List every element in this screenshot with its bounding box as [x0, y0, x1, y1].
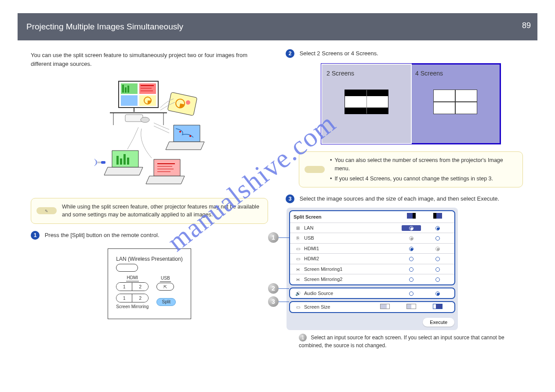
menu-row-size: ▭ Screen Size	[290, 302, 454, 312]
page-number: 89	[522, 21, 531, 30]
lan-icon: ⊞	[294, 225, 302, 231]
network-illustration	[31, 77, 268, 189]
mirroring-icon: ⫘	[294, 266, 302, 273]
callout-1-text: 1 Select an input source for each screen…	[299, 334, 523, 349]
svg-rect-16	[125, 115, 143, 122]
svg-point-22	[189, 135, 191, 137]
step-number-1: 1	[31, 231, 40, 240]
callout-3: 3	[268, 296, 279, 307]
intro-text: You can use the split screen feature to …	[31, 51, 268, 68]
hdmi-icon: ▭	[294, 255, 302, 262]
svg-rect-24	[120, 158, 122, 165]
svg-rect-18	[167, 92, 197, 116]
execute-button: Execute	[423, 318, 454, 327]
menu-row-hdmi1: ▭ HDMI1	[290, 243, 454, 254]
svg-rect-35	[305, 166, 325, 173]
page-title: Projecting Multiple Images Simultaneousl…	[26, 22, 183, 32]
note-box-1: ✎ While using the split screen feature, …	[31, 198, 268, 224]
option-2-screens: 2 Screens	[321, 64, 412, 144]
svg-rect-3	[121, 95, 138, 106]
usb-icon: ⎘	[294, 235, 302, 241]
note-icon: ✎	[36, 207, 57, 214]
svg-point-17	[141, 117, 149, 122]
callout-1: 1	[268, 232, 279, 243]
option-4-screens: 4 Screens	[411, 65, 500, 143]
menu-row-mirroring2: ⫘ Screen Mirroring2	[290, 274, 454, 284]
menu-row-mirroring1: ⫘ Screen Mirroring1	[290, 264, 454, 274]
speaker-icon: 🔊	[294, 290, 302, 297]
screen-size-icon: ▭	[294, 304, 302, 310]
svg-rect-32	[98, 162, 101, 163]
menu-row-lan: ⊞ LAN	[290, 223, 454, 233]
svg-rect-2	[139, 83, 156, 94]
step-3-text: Select the image sources and the size of…	[300, 194, 519, 203]
note-icon	[305, 166, 325, 173]
hdmi-icon: ▭	[294, 245, 302, 252]
note-box-2: •You can also select the number of scree…	[299, 151, 523, 187]
step-2-text: Select 2 Screens or 4 Screens.	[300, 49, 519, 58]
svg-rect-5	[122, 85, 124, 93]
svg-rect-25	[123, 154, 126, 165]
split-screen-menu: Split Screen ⊞ LAN ⎘ USB	[287, 208, 458, 330]
step-number-3: 3	[286, 194, 294, 203]
remote-illustration: LAN (Wireless Presentation) HDMI 12 USB …	[31, 248, 268, 319]
step-number-2: 2	[286, 49, 294, 58]
svg-rect-6	[125, 87, 127, 93]
menu-row-usb: ⎘ USB	[290, 233, 454, 243]
screens-selection: 2 Screens 4 Screens	[321, 63, 501, 144]
svg-rect-7	[127, 86, 129, 93]
callout-2: 2	[268, 283, 279, 294]
svg-rect-31	[101, 161, 105, 164]
split-button: Split	[156, 298, 176, 306]
menu-row-audio: 🔊 Audio Source	[290, 288, 454, 298]
mirroring-icon: ⫘	[294, 276, 302, 283]
svg-text:✎: ✎	[45, 209, 48, 213]
step-1-text: Press the [Split] button on the remote c…	[45, 231, 265, 240]
svg-point-21	[179, 131, 181, 133]
svg-rect-23	[116, 156, 119, 165]
menu-row-hdmi2: ▭ HDMI2	[290, 253, 454, 264]
svg-rect-26	[127, 158, 129, 165]
